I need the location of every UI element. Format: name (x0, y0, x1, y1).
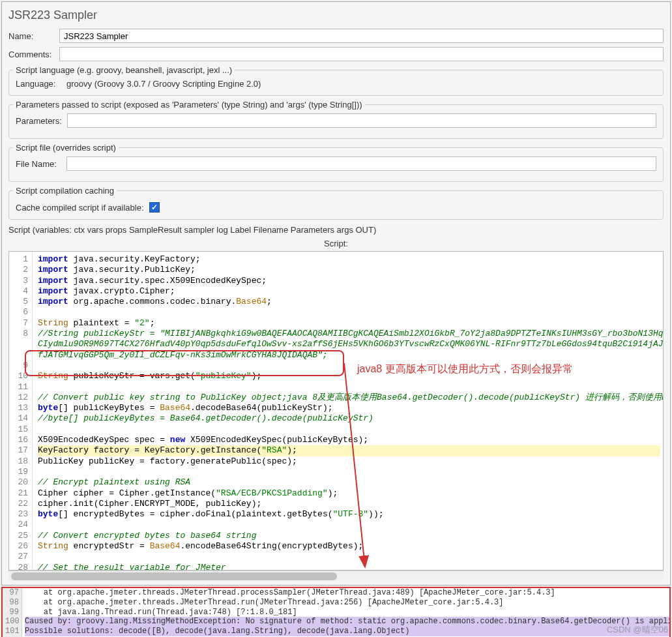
comments-label: Comments: (8, 50, 54, 59)
cache-legend: Script compilation caching (13, 186, 117, 196)
language-legend: Script language (e.g. groovy, beanshell,… (13, 65, 235, 75)
language-value[interactable]: groovy (Groovy 3.0.7 / Groovy Scripting … (66, 79, 261, 89)
parameters-legend: Parameters passed to script (exposed as … (13, 100, 365, 110)
filename-input[interactable] (66, 156, 656, 171)
log-panel: 979899100101102103104 at org.apache.jmet… (1, 587, 671, 637)
parameters-input[interactable] (67, 113, 656, 128)
script-note: Script (variables: ctx vars props Sample… (8, 225, 664, 235)
name-row: Name: (8, 29, 664, 43)
annotation-text: java8 更高版本可以使用此方式，否则会报异常 (357, 363, 573, 376)
scriptfile-fieldset: Script file (overrides script) File Name… (8, 143, 664, 182)
code-h-scrollbar[interactable] (8, 570, 664, 581)
filename-label: File Name: (16, 159, 61, 169)
log-gutter: 979899100101102103104 (3, 588, 22, 637)
scriptfile-legend: Script file (overrides script) (13, 143, 119, 153)
name-input[interactable] (59, 29, 664, 43)
parameters-label: Parameters: (16, 116, 62, 126)
language-label: Language: (16, 79, 61, 89)
script-editor[interactable]: 1234567891011121314151617181920212223242… (8, 251, 664, 570)
cache-label: Cache compiled script if available: (16, 203, 144, 213)
annotation-box (25, 350, 344, 376)
cache-fieldset: Script compilation caching Cache compile… (8, 186, 664, 220)
comments-row: Comments: (8, 47, 664, 61)
code-body[interactable]: import java.security.KeyFactory;import j… (33, 252, 663, 570)
log-body[interactable]: at org.apache.jmeter.threads.JMeterThrea… (22, 588, 669, 637)
cache-checkbox[interactable]: ✓ (149, 202, 160, 213)
name-label: Name: (8, 31, 54, 41)
language-fieldset: Script language (e.g. groovy, beanshell,… (8, 65, 664, 96)
watermark: CSDN @晴空06 (607, 624, 668, 636)
comments-input[interactable] (59, 47, 664, 61)
script-label: Script: (8, 239, 664, 248)
line-gutter: 1234567891011121314151617181920212223242… (9, 252, 33, 570)
panel-title: JSR223 Sampler (8, 6, 664, 25)
scrollbar-thumb[interactable] (11, 572, 337, 580)
parameters-fieldset: Parameters passed to script (exposed as … (8, 100, 664, 139)
sampler-panel: JSR223 Sampler Name: Comments: Script la… (1, 1, 671, 585)
